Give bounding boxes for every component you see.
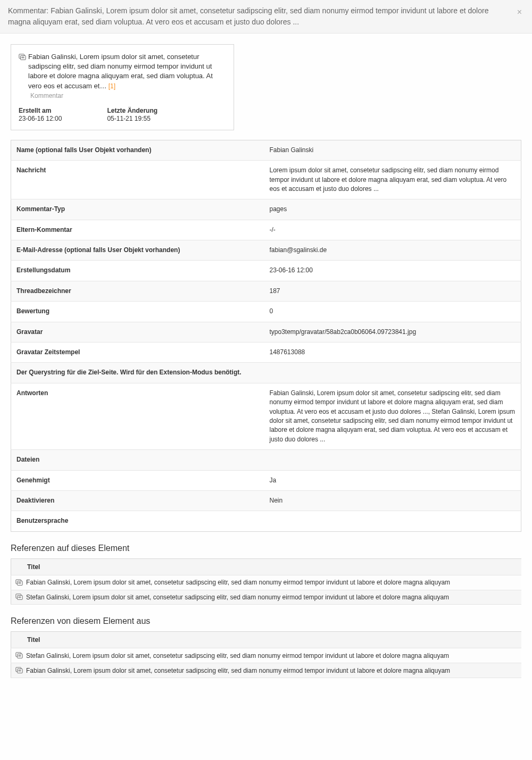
refs-from-table: Titel Stefan Galinski, Lorem ipsum dolor…	[11, 631, 521, 678]
refs-to-table: Titel Fabian Galinski, Lorem ipsum dolor…	[11, 558, 521, 605]
ref-title: Stefan Galinski, Lorem ipsum dolor sit a…	[26, 652, 449, 659]
property-value: 187	[264, 281, 521, 301]
property-row: Bewertung0	[11, 302, 521, 322]
properties-table: Name (optional falls User Objekt vorhand…	[11, 140, 521, 532]
comment-icon	[15, 666, 23, 674]
close-button[interactable]: ×	[515, 5, 524, 19]
property-value: fabian@sgalinski.de	[264, 240, 521, 261]
ref-title: Fabian Galinski, Lorem ipsum dolor sit a…	[26, 667, 450, 674]
property-label: Nachricht	[11, 161, 264, 199]
summary-card: Fabian Galinski, Lorem ipsum dolor sit a…	[11, 44, 234, 130]
property-row: Benutzersprache	[11, 511, 521, 531]
refs-from-scroll[interactable]: Titel Stefan Galinski, Lorem ipsum dolor…	[11, 631, 521, 678]
comment-icon	[15, 594, 23, 602]
ref-title: Fabian Galinski, Lorem ipsum dolor sit a…	[26, 579, 450, 586]
property-label: Gravatar	[11, 322, 264, 342]
refs-from-col-title: Titel	[11, 632, 522, 648]
property-label: Name (optional falls User Objekt vorhand…	[11, 140, 264, 160]
summary-text: Fabian Galinski, Lorem ipsum dolor sit a…	[28, 53, 213, 90]
property-value: 1487613088	[264, 343, 521, 363]
property-label: Deaktivieren	[11, 490, 264, 511]
property-label: Genehmigt	[11, 470, 264, 490]
modified-value: 05-11-21 19:55	[107, 115, 150, 122]
property-row: Gravatartypo3temp/gravatar/58ab2ca0b0606…	[11, 322, 521, 342]
property-label: Gravatar Zeitstempel	[11, 343, 264, 363]
created-label: Erstellt am	[19, 107, 62, 114]
property-value: Fabian Galinski, Lorem ipsum dolor sit a…	[264, 383, 521, 449]
dialog-content: Fabian Galinski, Lorem ipsum dolor sit a…	[0, 34, 532, 700]
property-value: Fabian Galinski	[264, 140, 521, 160]
summary-type: Kommentar	[30, 92, 226, 99]
comment-icon	[15, 579, 23, 587]
property-row: Name (optional falls User Objekt vorhand…	[11, 140, 521, 160]
property-label: Dateien	[11, 450, 521, 470]
property-value: -/-	[264, 220, 521, 240]
ref-row[interactable]: Stefan Galinski, Lorem ipsum dolor sit a…	[11, 590, 522, 605]
property-label: Kommentar-Typ	[11, 199, 264, 220]
comment-icon	[15, 652, 23, 659]
property-row: AntwortenFabian Galinski, Lorem ipsum do…	[11, 383, 521, 449]
property-value: typo3temp/gravatar/58ab2ca0b06064.097238…	[264, 322, 521, 342]
property-value: Ja	[264, 470, 521, 490]
property-row: Threadbezeichner187	[11, 281, 521, 301]
property-value: 23-06-16 12:00	[264, 261, 521, 281]
property-label: Eltern-Kommentar	[11, 220, 264, 240]
modified-block: Letzte Änderung 05-11-21 19:55	[107, 107, 157, 122]
refs-to-col-title: Titel	[11, 558, 522, 575]
property-label: Benutzersprache	[11, 511, 521, 531]
property-value: 0	[264, 302, 521, 322]
created-value: 23-06-16 12:00	[19, 115, 62, 122]
ref-row[interactable]: Stefan Galinski, Lorem ipsum dolor sit a…	[11, 648, 522, 663]
refs-to-heading: Referenzen auf dieses Element	[11, 544, 521, 553]
property-label: Bewertung	[11, 302, 264, 322]
comment-icon	[19, 53, 26, 61]
property-label: Antworten	[11, 383, 264, 449]
property-row: Der Querystring für die Ziel-Seite. Wird…	[11, 363, 521, 383]
dialog-title: Kommentar: Fabian Galinski, Lorem ipsum …	[8, 5, 492, 28]
property-label: Threadbezeichner	[11, 281, 264, 301]
property-row: Eltern-Kommentar-/-	[11, 220, 521, 240]
property-row: Erstellungsdatum23-06-16 12:00	[11, 261, 521, 281]
refs-to-scroll[interactable]: Titel Fabian Galinski, Lorem ipsum dolor…	[11, 558, 521, 605]
property-row: NachrichtLorem ipsum dolor sit amet, con…	[11, 161, 521, 199]
property-label: Erstellungsdatum	[11, 261, 264, 281]
property-row: Dateien	[11, 450, 521, 470]
property-label: E-Mail-Adresse (optional falls User Obje…	[11, 240, 264, 261]
dialog-header: Kommentar: Fabian Galinski, Lorem ipsum …	[0, 0, 532, 34]
property-value: pages	[264, 199, 521, 220]
modified-label: Letzte Änderung	[107, 107, 157, 114]
property-row: DeaktivierenNein	[11, 490, 521, 511]
property-row: GenehmigtJa	[11, 470, 521, 490]
property-value: Lorem ipsum dolor sit amet, consetetur s…	[264, 161, 521, 199]
refs-from-heading: Referenzen von diesem Element aus	[11, 616, 521, 626]
ref-row[interactable]: Fabian Galinski, Lorem ipsum dolor sit a…	[11, 575, 522, 590]
property-value: Nein	[264, 490, 521, 511]
ref-title: Stefan Galinski, Lorem ipsum dolor sit a…	[26, 594, 449, 601]
summary-link[interactable]: [1]	[106, 82, 115, 90]
ref-row[interactable]: Fabian Galinski, Lorem ipsum dolor sit a…	[11, 663, 522, 678]
created-block: Erstellt am 23-06-16 12:00	[19, 107, 62, 122]
property-row: Gravatar Zeitstempel1487613088	[11, 343, 521, 363]
property-label: Der Querystring für die Ziel-Seite. Wird…	[11, 363, 521, 383]
property-row: E-Mail-Adresse (optional falls User Obje…	[11, 240, 521, 261]
property-row: Kommentar-Typpages	[11, 199, 521, 220]
